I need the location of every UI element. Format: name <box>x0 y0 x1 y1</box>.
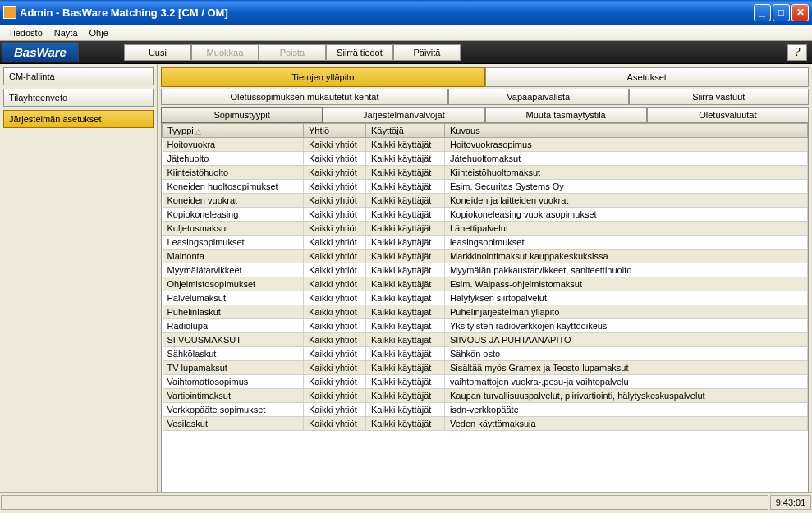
menubar: Tiedosto Näytä Ohje <box>0 25 812 41</box>
cell-user: Kaikki käyttäjät <box>366 152 445 166</box>
cell-type: Vaihtomattosopimus <box>163 375 304 389</box>
table-row[interactable]: JätehuoltoKaikki yhtiötKaikki käyttäjätJ… <box>163 152 808 166</box>
table-row[interactable]: PalvelumaksutKaikki yhtiötKaikki käyttäj… <box>163 291 808 305</box>
cell-type: Kuljetusmaksut <box>163 222 304 236</box>
move-button[interactable]: Siirrä tiedot <box>326 44 393 61</box>
cell-desc: Hälytyksen siirtopalvelut <box>445 291 808 305</box>
menu-view[interactable]: Näytä <box>49 26 83 39</box>
cell-type: Palvelumaksut <box>163 291 304 305</box>
table-container: Tyyppi△ Yhtiö Käyttäjä Kuvaus Hoitovuokr… <box>161 123 809 492</box>
cell-type: Sähkölaskut <box>163 347 304 361</box>
table-row[interactable]: VaihtomattosopimusKaikki yhtiötKaikki kä… <box>163 375 808 389</box>
refresh-button[interactable]: Päivitä <box>393 44 461 61</box>
cell-type: Leasingsopimukset <box>163 236 304 250</box>
tab-jarjestelmanvalvojat[interactable]: Järjestelmänvalvojat <box>323 107 484 123</box>
table-row[interactable]: MainontaKaikki yhtiötKaikki käyttäjätMar… <box>163 250 808 263</box>
cell-user: Kaikki käyttäjät <box>366 333 445 347</box>
app-icon <box>3 6 16 19</box>
sidebar-tilayhteenveto[interactable]: Tilayhteenveto <box>3 89 154 107</box>
table-row[interactable]: RadiolupaKaikki yhtiötKaikki käyttäjätYk… <box>163 319 808 333</box>
cell-type: Ohjelmistosopimukset <box>163 277 304 291</box>
help-button[interactable]: ? <box>787 44 807 61</box>
cell-company: Kaikki yhtiöt <box>304 319 366 333</box>
window-title: Admin - BasWare Matching 3.2 [CM / OM] <box>20 7 754 19</box>
tab-asetukset[interactable]: Asetukset <box>485 67 810 87</box>
sidebar-cm-hallinta[interactable]: CM-hallinta <box>3 67 154 85</box>
column-yhtio[interactable]: Yhtiö <box>304 124 366 138</box>
cell-company: Kaikki yhtiöt <box>304 208 366 222</box>
maximize-button[interactable]: □ <box>773 4 790 21</box>
table-row[interactable]: TV-lupamaksutKaikki yhtiötKaikki käyttäj… <box>163 361 808 375</box>
cell-type: Vesilaskut <box>163 417 304 431</box>
delete-button[interactable]: Poista <box>259 44 326 61</box>
tab-sopimustyypit[interactable]: Sopimustyypit <box>161 107 323 123</box>
cell-user: Kaikki käyttäjät <box>366 291 445 305</box>
cell-user: Kaikki käyttäjät <box>366 417 445 431</box>
cell-type: TV-lupamaksut <box>163 361 304 375</box>
cell-desc: Lähettipalvelut <box>445 222 808 236</box>
cell-desc: SIIVOUS JA PUHTAANAPITO <box>445 333 808 347</box>
cell-company: Kaikki yhtiöt <box>304 152 366 166</box>
cell-user: Kaikki käyttäjät <box>366 138 445 152</box>
table-row[interactable]: KiinteistöhuoltoKaikki yhtiötKaikki käyt… <box>163 166 808 180</box>
menu-file[interactable]: Tiedosto <box>3 26 48 39</box>
cell-company: Kaikki yhtiöt <box>304 361 366 375</box>
tab-oletusvaluutat[interactable]: Oletusvaluutat <box>647 107 809 123</box>
cell-desc: leasingsopimukset <box>445 236 808 250</box>
cell-company: Kaikki yhtiöt <box>304 194 366 208</box>
table-row[interactable]: VesilaskutKaikki yhtiötKaikki käyttäjätV… <box>163 417 808 431</box>
tab-siirra-vastuut[interactable]: Siirrä vastuut <box>629 89 810 105</box>
table-row[interactable]: Koneiden vuokratKaikki yhtiötKaikki käyt… <box>163 194 808 208</box>
cell-company: Kaikki yhtiöt <box>304 375 366 389</box>
table-row[interactable]: SähkölaskutKaikki yhtiötKaikki käyttäjät… <box>163 347 808 361</box>
cell-user: Kaikki käyttäjät <box>366 403 445 417</box>
cell-type: Puhelinlaskut <box>163 305 304 319</box>
cell-type: Hoitovuokra <box>163 138 304 152</box>
cell-desc: Esim. Securitas Systems Oy <box>445 180 808 194</box>
cell-user: Kaikki käyttäjät <box>366 180 445 194</box>
close-button[interactable]: ✕ <box>791 4 809 21</box>
minimize-button[interactable]: _ <box>754 4 771 21</box>
table-row[interactable]: KuljetusmaksutKaikki yhtiötKaikki käyttä… <box>163 222 808 236</box>
cell-type: SIIVOUSMAKSUT <box>163 333 304 347</box>
cell-user: Kaikki käyttäjät <box>366 166 445 180</box>
cell-user: Kaikki käyttäjät <box>366 361 445 375</box>
menu-help[interactable]: Ohje <box>85 26 113 39</box>
cell-user: Kaikki käyttäjät <box>366 347 445 361</box>
table-row[interactable]: OhjelmistosopimuksetKaikki yhtiötKaikki … <box>163 277 808 291</box>
table-row[interactable]: SIIVOUSMAKSUTKaikki yhtiötKaikki käyttäj… <box>163 333 808 347</box>
sidebar-jarjestelman-asetukset[interactable]: Järjestelmän asetukset <box>3 110 154 128</box>
column-tyyppi[interactable]: Tyyppi△ <box>163 124 304 138</box>
table-row[interactable]: VartiointimaksutKaikki yhtiötKaikki käyt… <box>163 389 808 403</box>
tab-vapaapaivalista[interactable]: Vapaapäivälista <box>448 89 629 105</box>
table-row[interactable]: HoitovuokraKaikki yhtiötKaikki käyttäjät… <box>163 138 808 152</box>
new-button[interactable]: Uusi <box>124 44 191 61</box>
cell-user: Kaikki käyttäjät <box>366 305 445 319</box>
column-kayttaja[interactable]: Käyttäjä <box>366 124 445 138</box>
table-scroll[interactable]: Tyyppi△ Yhtiö Käyttäjä Kuvaus Hoitovuokr… <box>162 123 808 492</box>
status-time: 9:43:01 <box>770 495 811 510</box>
table-row[interactable]: KopiokoneleasingKaikki yhtiötKaikki käyt… <box>163 208 808 222</box>
table-row[interactable]: Koneiden huoltosopimuksetKaikki yhtiötKa… <box>163 180 808 194</box>
table-row[interactable]: MyymälätarvikkeetKaikki yhtiötKaikki käy… <box>163 263 808 277</box>
statusbar: 9:43:01 <box>0 492 812 511</box>
tab-muuta-tasmaytystila[interactable]: Muuta täsmäytystila <box>485 107 647 123</box>
table-row[interactable]: LeasingsopimuksetKaikki yhtiötKaikki käy… <box>163 236 808 250</box>
cell-desc: Veden käyttömaksuja <box>445 417 808 431</box>
cell-user: Kaikki käyttäjät <box>366 208 445 222</box>
status-message <box>1 495 768 510</box>
tab-oletussopimuksen-mukautetut-kentat[interactable]: Oletussopimuksen mukautetut kentät <box>161 89 448 105</box>
cell-desc: isdn-verkkopääte <box>445 403 808 417</box>
column-kuvaus[interactable]: Kuvaus <box>445 124 808 138</box>
cell-desc: Sähkön osto <box>445 347 808 361</box>
cell-company: Kaikki yhtiöt <box>304 305 366 319</box>
tab-tietojen-yllapito[interactable]: Tietojen ylläpito <box>161 67 485 87</box>
cell-desc: Sisältää myös Gramex ja Teosto-lupamaksu… <box>445 361 808 375</box>
cell-desc: Myymälän pakkaustarvikkeet, saniteettihu… <box>445 263 808 277</box>
table-row[interactable]: PuhelinlaskutKaikki yhtiötKaikki käyttäj… <box>163 305 808 319</box>
cell-user: Kaikki käyttäjät <box>366 236 445 250</box>
edit-button[interactable]: Muokkaa <box>191 44 259 61</box>
table-row[interactable]: Verkkopääte sopimuksetKaikki yhtiötKaikk… <box>163 403 808 417</box>
cell-company: Kaikki yhtiöt <box>304 250 366 263</box>
data-table: Tyyppi△ Yhtiö Käyttäjä Kuvaus Hoitovuokr… <box>162 123 808 431</box>
